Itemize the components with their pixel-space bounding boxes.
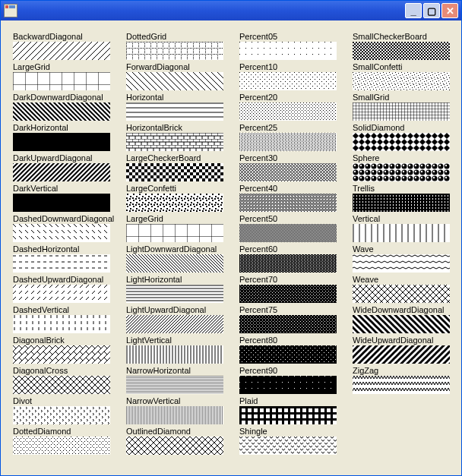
hatch-label: BackwardDiagonal — [13, 31, 118, 42]
hatch-item-LightDownwardDiagonal: LightDownwardDiagonal — [126, 244, 231, 273]
hatch-swatch — [239, 163, 337, 181]
hatch-label: NarrowVertical — [126, 396, 231, 406]
svg-rect-52 — [126, 102, 223, 121]
hatch-swatch — [13, 102, 110, 121]
hatch-item-Percent05: Percent05 — [239, 31, 344, 60]
svg-rect-15 — [13, 254, 110, 273]
titlebar: _ ▢ ✕ — [1, 1, 461, 20]
svg-rect-97 — [239, 133, 337, 151]
hatch-swatch — [353, 345, 450, 364]
hatch-item-DashedUpwardDiagonal: DashedUpwardDiagonal — [13, 274, 118, 303]
hatch-item-Divot: Divot — [13, 396, 118, 424]
hatch-label: Sphere — [353, 153, 457, 163]
hatch-label: ForwardDiagonal — [126, 61, 231, 72]
hatch-item-ZigZag: ZigZag — [353, 365, 457, 394]
hatch-swatch — [239, 133, 337, 151]
svg-rect-87 — [239, 72, 337, 90]
hatch-swatch — [13, 345, 110, 364]
minimize-button[interactable]: _ — [405, 3, 422, 18]
hatch-item-Percent80: Percent80 — [239, 335, 344, 364]
hatch-swatch — [126, 345, 223, 364]
svg-rect-70 — [126, 285, 223, 303]
hatch-swatch — [353, 102, 450, 121]
hatch-label: Shingle — [239, 426, 344, 437]
svg-rect-91 — [239, 102, 337, 121]
hatch-label: LargeGrid — [126, 213, 231, 224]
hatch-item-LargeConfetti: LargeConfetti — [126, 183, 231, 212]
hatch-label: LightVertical — [126, 335, 231, 345]
svg-rect-3 — [13, 72, 110, 90]
svg-rect-184 — [353, 345, 450, 364]
svg-rect-54 — [126, 133, 223, 151]
svg-rect-140 — [239, 345, 337, 364]
svg-rect-178 — [353, 254, 450, 273]
hatch-label: Percent20 — [239, 92, 344, 102]
hatch-label: Percent50 — [239, 213, 344, 224]
svg-rect-144 — [239, 376, 337, 394]
svg-rect-105 — [239, 163, 337, 181]
hatch-label: Percent30 — [239, 153, 344, 163]
hatch-item-LargeCheckerBoard: LargeCheckerBoard — [126, 153, 231, 181]
hatch-item-Percent20: Percent20 — [239, 92, 344, 121]
hatch-item-Percent75: Percent75 — [239, 304, 344, 333]
hatch-label: Wave — [353, 244, 457, 254]
hatch-label: Percent05 — [239, 31, 344, 42]
hatch-item-DashedDownwardDiagonal: DashedDownwardDiagonal — [13, 213, 118, 242]
app-window: _ ▢ ✕ BackwardDiagonalLargeGridDarkDownw… — [0, 0, 462, 476]
hatch-label: DarkVertical — [13, 183, 118, 194]
svg-rect-21 — [13, 345, 110, 364]
svg-rect-66 — [126, 224, 223, 242]
svg-rect-76 — [126, 376, 223, 394]
hatch-item-Percent10: Percent10 — [239, 61, 344, 90]
close-button[interactable]: ✕ — [441, 3, 458, 18]
svg-rect-19 — [13, 315, 110, 333]
hatch-item-Percent70: Percent70 — [239, 274, 344, 303]
svg-rect-174 — [353, 194, 450, 212]
svg-rect-17 — [13, 285, 110, 303]
hatch-item-Trellis: Trellis — [353, 183, 457, 212]
hatch-item-WideUpwardDiagonal: WideUpwardDiagonal — [353, 335, 457, 364]
hatch-swatch — [239, 42, 337, 60]
hatch-item-LightVertical: LightVertical — [126, 335, 231, 364]
svg-rect-23 — [13, 376, 110, 394]
hatch-item-Percent30: Percent30 — [239, 153, 344, 181]
hatch-swatch — [126, 315, 223, 333]
hatch-swatch — [126, 163, 223, 181]
svg-rect-162 — [353, 102, 450, 121]
hatch-swatch — [126, 406, 223, 424]
hatch-label: LightHorizontal — [126, 274, 231, 285]
svg-rect-114 — [239, 194, 337, 212]
hatch-item-DarkHorizontal: DarkHorizontal — [13, 122, 118, 151]
hatch-swatch — [126, 254, 223, 273]
svg-rect-176 — [353, 224, 450, 242]
hatch-swatch — [13, 42, 110, 60]
svg-rect-130 — [239, 285, 337, 303]
client-area: BackwardDiagonalLargeGridDarkDownwardDia… — [2, 22, 460, 474]
svg-rect-160 — [353, 72, 450, 90]
hatch-swatch — [13, 194, 110, 212]
hatch-item-LargeGrid: LargeGrid — [126, 213, 231, 242]
hatch-swatch — [239, 72, 337, 90]
hatch-label: DarkHorizontal — [13, 122, 118, 133]
svg-rect-169 — [353, 163, 450, 181]
svg-rect-68 — [126, 254, 223, 273]
hatch-label: ZigZag — [353, 365, 457, 376]
maximize-button[interactable]: ▢ — [423, 3, 440, 18]
hatch-swatch — [126, 437, 223, 455]
svg-rect-48 — [126, 42, 223, 60]
app-icon — [4, 4, 17, 17]
hatch-label: Vertical — [353, 213, 457, 224]
hatch-label: DiagonalCross — [13, 365, 118, 376]
hatch-label: LargeConfetti — [126, 183, 231, 194]
hatch-label: Percent60 — [239, 244, 344, 254]
hatch-label: HorizontalBrick — [126, 122, 231, 133]
hatch-swatch — [353, 315, 450, 333]
hatch-item-Percent25: Percent25 — [239, 122, 344, 151]
hatch-item-BackwardDiagonal: BackwardDiagonal — [13, 31, 118, 60]
hatch-label: NarrowHorizontal — [126, 365, 231, 376]
hatch-item-Shingle: Shingle — [239, 426, 344, 455]
svg-rect-146 — [239, 406, 337, 424]
hatch-item-LargeGrid: LargeGrid — [13, 61, 118, 90]
hatch-label: Percent90 — [239, 365, 344, 376]
svg-rect-152 — [353, 42, 450, 60]
